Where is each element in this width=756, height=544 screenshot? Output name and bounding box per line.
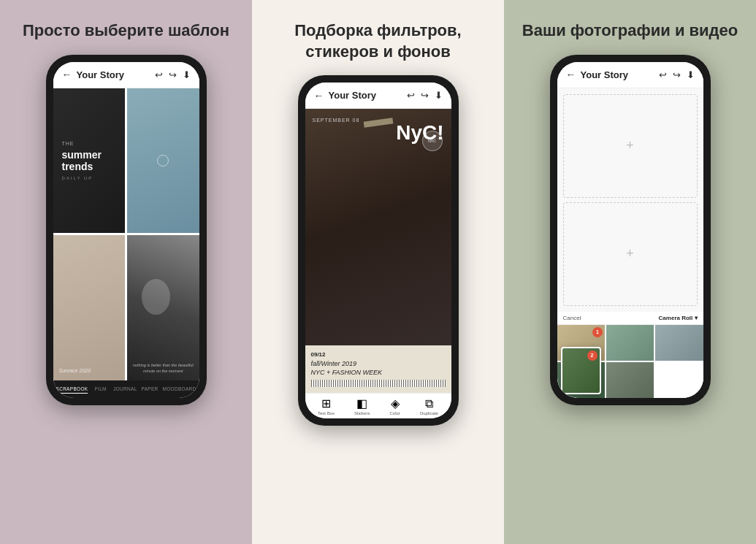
- picker-cancel-button[interactable]: Cancel: [563, 315, 581, 321]
- panel-3: Ваши фотографии и видео ← Your Story ↩ ↪…: [504, 0, 756, 544]
- photo-item-3[interactable]: [655, 325, 703, 361]
- placeholder-2[interactable]: +: [563, 202, 698, 306]
- undo-icon[interactable]: ↩: [155, 69, 163, 80]
- topbar-icons-2: ↩ ↪ ⬇: [407, 90, 443, 101]
- template-tabs: SCRAPBOOK FILM JOURNAL PAPER MOODBOARD: [53, 380, 199, 398]
- download-icon-3[interactable]: ⬇: [687, 69, 695, 80]
- camera-roll-selector[interactable]: Camera Roll ▾: [659, 315, 698, 321]
- template-cell-4[interactable]: nothing is better than the beautiful min…: [127, 235, 199, 380]
- photo-badge-2: 2: [587, 350, 597, 361]
- collage-canvas: SEPTEMBER 08 NyC! NYC 09/12 fall/Winter …: [305, 109, 451, 393]
- duplicate-label: Duplicate: [420, 411, 438, 415]
- color-tool[interactable]: ◈ Color: [390, 398, 400, 415]
- photo-item-5[interactable]: [606, 362, 654, 398]
- template-cell-2[interactable]: [127, 88, 199, 234]
- cell1-sub: DAILY UP: [62, 176, 117, 180]
- panel-2: Подборка фильтров, стикеров и фонов ← Yo…: [252, 0, 504, 544]
- panel-2-phone: ← Your Story ↩ ↪ ⬇ SEPTEMBER 08 NyC! NYC: [298, 75, 459, 426]
- panel-3-phone: ← Your Story ↩ ↪ ⬇ + + Cancel Camera Rol…: [550, 55, 711, 405]
- panel-2-content: SEPTEMBER 08 NyC! NYC 09/12 fall/Winter …: [305, 109, 451, 393]
- panel-1-title: Просто выберите шаблон: [8, 20, 244, 42]
- nyc-badge: NYC: [422, 131, 443, 151]
- cell1-tag: THE: [62, 141, 117, 146]
- stickers-label: Stickers: [354, 411, 370, 415]
- download-icon[interactable]: ⬇: [183, 69, 191, 80]
- photo-badge-1: 1: [592, 327, 603, 337]
- redo-icon-2[interactable]: ↪: [421, 90, 429, 101]
- color-label: Color: [390, 411, 400, 415]
- photo-canvas: + +: [557, 88, 703, 312]
- redo-icon-3[interactable]: ↪: [673, 69, 681, 80]
- undo-icon-2[interactable]: ↩: [407, 90, 415, 101]
- cell1-main: summertrends: [62, 149, 117, 174]
- selected-photo-preview: 2: [561, 347, 601, 394]
- photo-grid-wrapper: 1 2: [557, 325, 703, 398]
- duplicate-icon: ⧉: [425, 398, 433, 410]
- date-circle: 09/12: [311, 351, 446, 358]
- cell4-image: [127, 235, 199, 380]
- panel-3-topbar: ← Your Story ↩ ↪ ⬇: [557, 62, 703, 88]
- duplicate-tool[interactable]: ⧉ Duplicate: [420, 398, 438, 415]
- topbar-icons: ↩ ↪ ⬇: [155, 69, 191, 80]
- template-cell-1[interactable]: THE summertrends DAILY UP: [53, 88, 126, 234]
- topbar-icons-3: ↩ ↪ ⬇: [659, 69, 695, 80]
- phone-3-title: Your Story: [581, 69, 659, 80]
- editing-toolbar: ⊞ Text Box ◧ Stickers ◈ Color ⧉ Duplicat…: [305, 393, 451, 418]
- tab-scrapbook[interactable]: SCRAPBOOK: [56, 385, 88, 394]
- panel-3-content: + + Cancel Camera Roll ▾ 1: [557, 88, 703, 398]
- barcode-graphic: [311, 380, 446, 387]
- cell4-caption: nothing is better than the beautiful min…: [131, 363, 196, 374]
- color-icon: ◈: [391, 398, 400, 410]
- tab-paper[interactable]: PAPER: [139, 385, 161, 394]
- textbox-tool[interactable]: ⊞ Text Box: [318, 398, 335, 415]
- textbox-icon: ⊞: [321, 398, 331, 410]
- template-cell-3[interactable]: [53, 235, 126, 380]
- tab-film[interactable]: FILM: [89, 385, 112, 394]
- redo-icon[interactable]: ↪: [169, 69, 177, 80]
- panel-1-grid: THE summertrends DAILY UP nothing is bet…: [53, 88, 199, 380]
- cell2-circle: [157, 155, 169, 166]
- bottom-overlay: 09/12 fall/Winter 2019NYC + FASHION WEEK: [305, 345, 451, 393]
- tab-moodboard[interactable]: MOODBOARD: [162, 385, 196, 394]
- back-arrow-icon[interactable]: ←: [62, 69, 72, 80]
- back-arrow-icon-2[interactable]: ←: [314, 90, 324, 101]
- panel-1: Просто выберите шаблон ← Your Story ↩ ↪ …: [0, 0, 252, 544]
- panel-1-topbar: ← Your Story ↩ ↪ ⬇: [53, 62, 199, 88]
- undo-icon-3[interactable]: ↩: [659, 69, 667, 80]
- picker-header: Cancel Camera Roll ▾: [557, 312, 703, 325]
- back-arrow-icon-3[interactable]: ←: [566, 69, 576, 80]
- panel-2-title: Подборка фильтров, стикеров и фонов: [252, 20, 504, 62]
- panel-3-title: Ваши фотографии и видео: [508, 20, 752, 42]
- textbox-label: Text Box: [318, 411, 335, 415]
- tab-journal[interactable]: JOURNAL: [113, 385, 137, 394]
- photo-picker: Cancel Camera Roll ▾ 1: [557, 312, 703, 398]
- phone-2-title: Your Story: [329, 90, 407, 101]
- panel-3-screen: ← Your Story ↩ ↪ ⬇ + + Cancel Camera Rol…: [557, 62, 703, 398]
- stickers-icon: ◧: [356, 398, 367, 410]
- panel-2-topbar: ← Your Story ↩ ↪ ⬇: [305, 83, 451, 109]
- photo-item-2[interactable]: [606, 325, 654, 361]
- panel-1-phone: ← Your Story ↩ ↪ ⬇ THE summertrends DAIL…: [46, 55, 207, 405]
- stickers-tool[interactable]: ◧ Stickers: [354, 398, 370, 415]
- fashion-text: fall/Winter 2019NYC + FASHION WEEK: [311, 360, 446, 377]
- phone-1-title: Your Story: [77, 69, 155, 80]
- download-icon-2[interactable]: ⬇: [435, 90, 443, 101]
- panel-1-screen: ← Your Story ↩ ↪ ⬇ THE summertrends DAIL…: [53, 62, 199, 398]
- placeholder-1[interactable]: +: [563, 94, 698, 198]
- panel-2-screen: ← Your Story ↩ ↪ ⬇ SEPTEMBER 08 NyC! NYC: [305, 83, 451, 418]
